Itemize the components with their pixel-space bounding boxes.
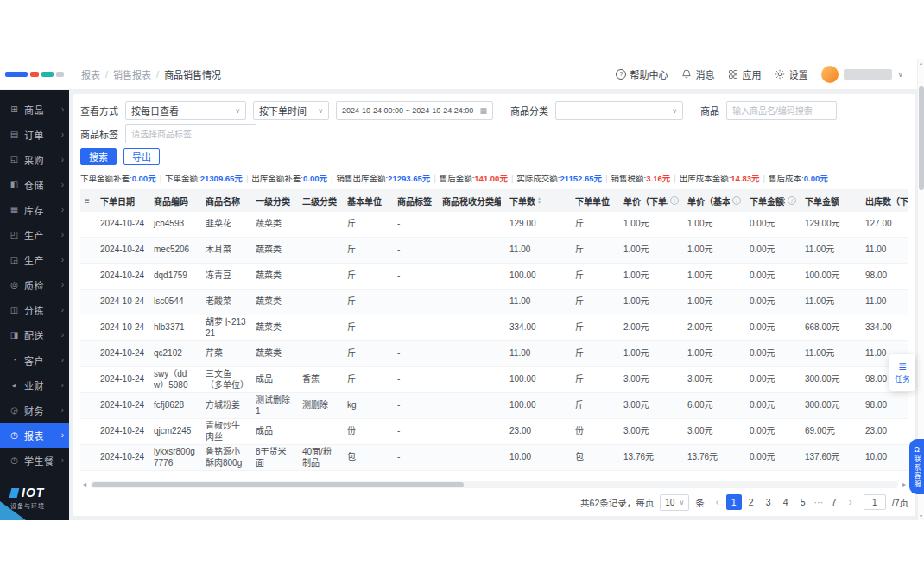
table-cell: 0.00元 [745, 400, 801, 411]
task-widget[interactable]: ≣ 任务 [889, 354, 915, 391]
page-size-select[interactable]: 10 ∨ [660, 494, 689, 511]
table-cell: 1.00元 [683, 219, 745, 230]
sort-icons[interactable]: ▴▾ [538, 196, 541, 205]
page-button-7[interactable]: 7 [826, 494, 842, 510]
table-row[interactable]: 2024-10-24qc2102芹菜蔬菜类斤-11.00斤1.00元1.00元0… [80, 341, 908, 367]
chevron-down-icon: ∨ [672, 107, 677, 115]
chevron-down-icon: ∨ [897, 70, 903, 79]
table-row[interactable]: 2024-10-24fcfj8628方城粉姜测试删除1测删除kg-100.00斤… [80, 393, 908, 419]
tag-input[interactable] [125, 124, 256, 143]
hscroll-track[interactable] [91, 481, 898, 488]
column-header[interactable]: 商品税收分类编码 [438, 189, 505, 212]
column-header[interactable]: 基本单位 [343, 189, 393, 212]
breadcrumb-item-sales-reports[interactable]: 销售报表 [113, 67, 151, 81]
sidebar-item-reports[interactable]: ◴报表› [0, 423, 69, 448]
apps-button[interactable]: 应用 [728, 67, 761, 81]
table-cell: 11.00元 [801, 296, 861, 308]
scroll-down-icon[interactable]: ▾ [920, 512, 922, 520]
table-cell: 6.00元 [683, 400, 745, 411]
column-header-label: 商品标签 [397, 194, 432, 207]
column-header[interactable]: 商品名称 [201, 189, 251, 212]
column-header[interactable]: 下单日期 [96, 189, 149, 212]
scroll-up-icon[interactable]: ▴ [920, 59, 922, 67]
sidebar-item-quality[interactable]: ◎质检› [0, 272, 69, 297]
table-row[interactable]: 2024-10-24swy（ddw）5980三文鱼（多单位）成品香蕉斤-100.… [80, 367, 908, 393]
table-row[interactable]: 2024-10-24dqd1759冻青豆蔬菜类斤-100.00斤1.00元1.0… [80, 264, 908, 290]
breadcrumb-item-reports[interactable]: 报表 [81, 67, 100, 81]
table-row[interactable]: 2024-10-24lykxsr800g7776鲁铭源小酥肉800g8干货米面4… [80, 445, 908, 471]
table-cell: 斤 [343, 374, 393, 385]
chevron-right-icon: › [61, 130, 64, 139]
column-header[interactable]: 下单单位 [571, 189, 619, 212]
sidebar-item-customers[interactable]: ◔客户› [0, 347, 69, 372]
sorting-icon: ◫ [9, 305, 20, 315]
sidebar-item-purchasing[interactable]: ◱采购› [0, 147, 69, 172]
column-header[interactable]: 出库数（下单单位） [861, 189, 908, 212]
column-header[interactable]: 下单金额 [801, 189, 861, 212]
sidebar-item-warehouse[interactable]: ◧仓储› [0, 172, 69, 197]
page-button-5[interactable]: 5 [795, 494, 811, 510]
info-icon[interactable]: i [670, 196, 679, 205]
sidebar-item-label: 质检 [24, 278, 61, 292]
product-search-input[interactable] [726, 101, 837, 120]
column-header[interactable]: 下单金额补差i [745, 189, 801, 212]
table-row[interactable]: 2024-10-24lsc0544老酸菜蔬菜类斤-11.00斤1.00元1.00… [80, 290, 908, 315]
table-row[interactable]: 2024-10-24mec5206木耳菜蔬菜类斤-11.00斤1.00元1.00… [80, 238, 908, 264]
table-cell: 100.00元 [801, 270, 861, 282]
table-row[interactable]: 2024-10-24jch4593韭菜花蔬菜类斤-129.00斤1.00元1.0… [80, 212, 908, 238]
search-button[interactable]: 搜索 [80, 148, 117, 165]
hscroll-thumb[interactable] [92, 482, 464, 487]
help-center-button[interactable]: ? 帮助中心 [616, 67, 668, 81]
category-select[interactable]: ∨ [555, 101, 683, 120]
sidebar-item-products[interactable]: ⊞商品› [0, 97, 69, 122]
chevron-right-icon: › [61, 105, 64, 114]
page-button-2[interactable]: 2 [744, 494, 759, 510]
column-header[interactable]: 单价（下单单位）i [619, 189, 683, 212]
page-button-4[interactable]: 4 [778, 494, 794, 510]
next-page-button[interactable]: › [844, 494, 858, 510]
info-icon[interactable]: i [788, 196, 796, 205]
sidebar-item-delivery[interactable]: ◨配送› [0, 322, 69, 347]
page-jump-input[interactable]: 1 [864, 494, 886, 510]
settings-button[interactable]: 设置 [775, 67, 807, 81]
messages-button[interactable]: 消息 [681, 67, 714, 81]
column-header[interactable]: 二级分类 [298, 189, 343, 212]
production-icon: ◰ [9, 230, 20, 239]
page-button-1[interactable]: 1 [726, 494, 742, 510]
table-cell: 137.60元 [801, 452, 861, 463]
sidebar-item-student-meals[interactable]: ◷学生餐› [0, 448, 69, 473]
info-icon[interactable]: i [732, 196, 741, 205]
time-field-select[interactable]: 按下单时间 ∨ [253, 101, 329, 120]
sidebar-item-production[interactable]: ◰生产› [0, 222, 69, 247]
delivery-icon: ◨ [9, 330, 20, 340]
stat-divider: | [160, 174, 161, 183]
scroll-left-icon[interactable]: ◂ [80, 480, 89, 489]
column-header[interactable]: 商品标签 [393, 189, 438, 212]
contact-support-widget[interactable]: Ω 联系客服 [909, 439, 924, 494]
column-settings-icon[interactable]: ≡ [80, 189, 96, 212]
horizontal-scrollbar[interactable]: ◂ ▸ [80, 480, 908, 489]
column-header[interactable]: 商品编码 [149, 189, 201, 212]
user-menu[interactable]: ∨ [821, 66, 903, 83]
column-header[interactable]: 一级分类 [251, 189, 298, 212]
table-cell: 2.00元 [619, 322, 683, 334]
scroll-right-icon[interactable]: ▸ [900, 480, 908, 489]
prev-page-button[interactable]: ‹ [711, 494, 725, 510]
page-button-3[interactable]: 3 [761, 494, 776, 510]
export-button[interactable]: 导出 [123, 148, 160, 165]
sidebar-item-inventory[interactable]: ▦库存› [0, 197, 69, 222]
stat-label: 销售税额: [611, 172, 647, 184]
sidebar-item-sorting[interactable]: ◫分拣› [0, 297, 69, 322]
view-mode-select[interactable]: 按每日查看 ∨ [125, 101, 246, 120]
column-header[interactable]: 单价（基本单位）i [683, 189, 745, 212]
sidebar-item-business-finance[interactable]: ◕业财› [0, 372, 69, 398]
vscroll-thumb[interactable] [919, 86, 924, 190]
table-row[interactable]: 2024-10-24qjcm2245青椒炒牛肉丝成品份-23.00份3.00元3… [80, 419, 908, 445]
table-row[interactable]: 2024-10-24hlb3371胡萝卜21321蔬菜类斤-334.00斤2.0… [80, 315, 908, 341]
sidebar-item-production-2[interactable]: ◲生产› [0, 247, 69, 272]
column-header[interactable]: 下单数▴▾ [505, 189, 571, 212]
table-cell: 成品 [251, 374, 298, 385]
date-range-picker[interactable]: 2024-10-24 00:00 ~ 2024-10-24 24:00 ▦ [336, 101, 493, 120]
sidebar-item-finance[interactable]: ◶财务› [0, 398, 69, 423]
sidebar-item-orders[interactable]: ▤订单› [0, 122, 69, 147]
